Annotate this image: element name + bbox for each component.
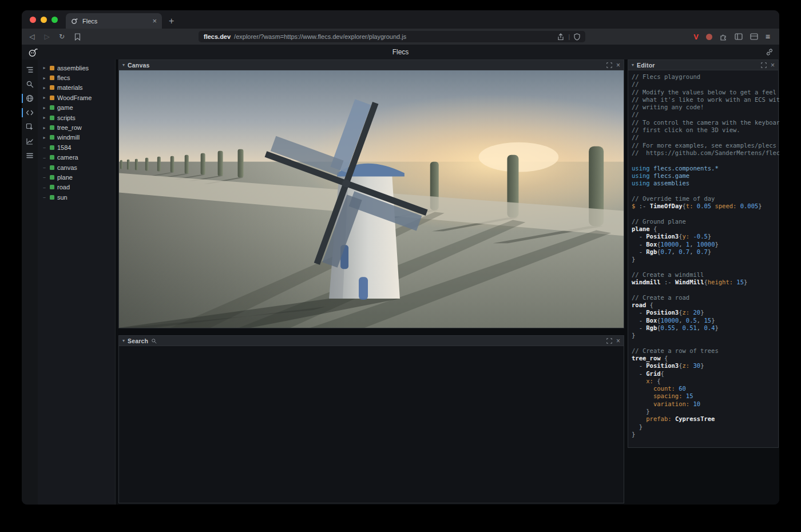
leaf-dash-icon: – [42, 145, 47, 150]
code-line: // Modify the values below to get a feel… [632, 89, 778, 96]
side-panel-icon[interactable] [735, 33, 743, 40]
code-line: road { [632, 301, 778, 309]
tab-close-icon[interactable]: × [152, 17, 157, 25]
extensions-puzzle-icon[interactable] [720, 33, 727, 41]
expand-arrow-icon[interactable]: ▸ [42, 95, 47, 100]
menu-icon[interactable]: ≡ [766, 32, 770, 41]
tree-item-game[interactable]: ▸game [38, 103, 115, 113]
tree-item-label: game [57, 104, 73, 111]
tree-item-flecs[interactable]: ▸flecs [38, 73, 115, 82]
inspector-icon[interactable] [22, 122, 38, 132]
entity-kind-icon [50, 125, 54, 130]
code-line: spacing: 15 [632, 392, 778, 400]
activity-bar [22, 59, 38, 505]
navigation-bar: ◁ ▷ ↻ flecs.dev/explorer/?wasm=https://w… [22, 29, 779, 45]
tree-item-plane[interactable]: –plane [38, 172, 115, 182]
world-canvas-icon[interactable] [22, 94, 38, 103]
tree-item-road[interactable]: –road [38, 182, 115, 192]
expand-arrow-icon[interactable]: ▸ [42, 125, 47, 130]
canvas-panel-header[interactable]: ▾ Canvas × [119, 60, 624, 70]
expand-icon[interactable] [606, 62, 612, 68]
tree-item-windmill[interactable]: ▸windmill [38, 133, 115, 142]
search-results-area[interactable] [119, 346, 624, 503]
back-button[interactable]: ◁ [26, 33, 38, 41]
tree-item-canvas[interactable]: –canvas [38, 162, 115, 172]
code-line: - Position3{y: -0.5} [632, 233, 778, 240]
editor-panel-header[interactable]: ▾ Editor × [628, 60, 778, 70]
shield-icon[interactable] [574, 33, 580, 41]
window-zoom-button[interactable] [51, 17, 58, 23]
expand-icon[interactable] [761, 62, 767, 68]
close-icon[interactable]: × [616, 62, 620, 69]
code-line: - Grid{ [632, 370, 778, 378]
entity-kind-icon [50, 105, 54, 110]
expand-arrow-icon[interactable]: ▸ [42, 76, 47, 81]
tree-item-materials[interactable]: ▸materials [38, 83, 115, 93]
tree-item-assemblies[interactable]: ▸assemblies [38, 63, 115, 73]
tree-item-label: sun [57, 194, 68, 201]
canvas-panel: ▾ Canvas × [118, 59, 624, 328]
new-tab-button[interactable]: + [162, 16, 181, 29]
code-line: // For more examples, see examples/plecs… [632, 142, 778, 149]
close-icon[interactable]: × [771, 62, 775, 69]
share-icon[interactable] [557, 33, 564, 41]
leaf-dash-icon: – [42, 155, 47, 160]
code-line: // Flecs playground [632, 73, 778, 81]
window-close-button[interactable] [30, 17, 36, 23]
canvas-3d-view[interactable] [119, 70, 624, 328]
tree-item-1584[interactable]: –1584 [38, 142, 115, 152]
outliner-icon[interactable] [22, 65, 38, 74]
window-controls [22, 17, 66, 29]
entity-kind-icon [50, 76, 54, 80]
code-area[interactable]: // Flecs playground//// Modify the value… [628, 70, 778, 438]
close-icon[interactable]: × [616, 338, 620, 344]
code-line: using flecs.components.* [632, 165, 778, 172]
tree-item-tree_row[interactable]: ▸tree_row [38, 122, 115, 132]
tab-tiling-icon[interactable] [750, 33, 758, 40]
search-panel-header[interactable]: ▾ Search × [119, 336, 624, 346]
chart-icon[interactable] [22, 137, 38, 146]
tree-item-scripts[interactable]: ▸scripts [38, 113, 115, 122]
code-line: // [632, 111, 778, 118]
leaf-dash-icon: – [42, 185, 47, 190]
collapse-caret-icon[interactable]: ▾ [122, 338, 125, 343]
browser-tab-flecs[interactable]: Flecs × [66, 13, 162, 29]
tree-item-sun[interactable]: –sun [38, 192, 115, 202]
code-line: // Override time of day [632, 195, 778, 203]
tree-item-camera[interactable]: –camera [38, 153, 115, 162]
window-minimize-button[interactable] [41, 17, 47, 23]
forward-button[interactable]: ▷ [41, 33, 53, 41]
code-line: } [632, 256, 778, 263]
expand-arrow-icon[interactable]: ▸ [42, 105, 47, 110]
bookmark-icon[interactable] [74, 33, 81, 41]
tree-item-label: plane [57, 174, 73, 181]
code-line: windmill :- WindMill{height: 15} [632, 279, 778, 286]
code-line: } [632, 431, 778, 438]
expand-arrow-icon[interactable]: ▸ [42, 135, 47, 140]
expand-arrow-icon[interactable]: ▸ [42, 65, 47, 70]
vivaldi-logo-icon[interactable]: V [693, 33, 699, 41]
code-editor-icon[interactable] [22, 108, 38, 117]
expand-arrow-icon[interactable]: ▸ [42, 85, 47, 90]
stats-icon[interactable] [22, 151, 38, 160]
code-line: // [632, 81, 778, 88]
tree-item-label: materials [57, 84, 83, 91]
leaf-dash-icon: – [42, 165, 47, 170]
share-link-icon[interactable] [766, 48, 774, 56]
code-line [632, 286, 778, 293]
url-bar[interactable]: flecs.dev/explorer/?wasm=https://www.fle… [199, 31, 585, 42]
tree-item-WoodFrame[interactable]: ▸WoodFrame [38, 93, 115, 102]
code-line: // what it's like to work with an ECS wi… [632, 96, 778, 104]
entity-kind-icon [50, 145, 54, 150]
collapse-caret-icon[interactable]: ▾ [122, 62, 125, 68]
search-icon[interactable] [22, 80, 38, 89]
code-line: // Ground plane [632, 218, 778, 225]
code-line: x: { [632, 378, 778, 385]
tree-item-label: camera [57, 154, 78, 161]
collapse-caret-icon[interactable]: ▾ [632, 62, 634, 68]
expand-icon[interactable] [606, 338, 612, 344]
reload-button[interactable]: ↻ [56, 33, 68, 41]
expand-arrow-icon[interactable]: ▸ [42, 115, 47, 120]
profile-avatar[interactable] [706, 34, 712, 40]
search-panel-title: Search [128, 338, 148, 344]
